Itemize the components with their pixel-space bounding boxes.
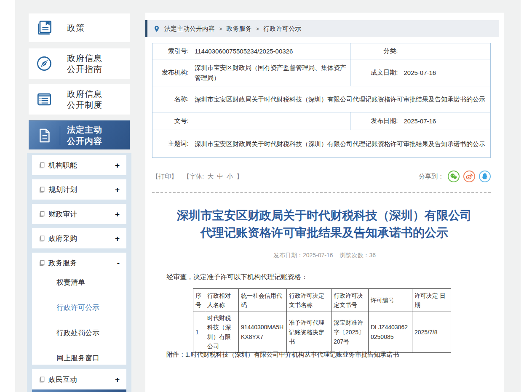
doc-icon (39, 187, 45, 193)
cell-seq: 1 (193, 312, 205, 353)
meta-category-cell: 分类: (350, 43, 491, 59)
share-bar: 分享到： (419, 171, 491, 182)
meta-written-date-cell: 成文日期:2025-07-16 (350, 59, 491, 86)
sidebar-item-government-services-header[interactable]: 政务服务 - (32, 253, 126, 273)
col-header-credit-code: 统一社会信用代码 (239, 289, 287, 312)
breadcrumb-item-government-services[interactable]: 政务服务 (227, 25, 252, 33)
col-header-license-no: 许可编号 (369, 289, 412, 312)
sidebar-card-label: 政府信息公开指南 (60, 53, 111, 75)
attachment-link[interactable]: 附件：1.时代财税科技（深圳）有限公司中介机构从事代理记账业务审批告知承诺书 (166, 351, 399, 358)
col-header-counterpart-name: 行政相对人名称 (205, 289, 239, 312)
meta-subject-cell: 主题词:深圳市宝安区财政局关于时代财税科技（深圳）有限公司代理记账资格许可审批结… (152, 130, 491, 158)
sidebar-card-label: 政府信息公开制度 (60, 88, 111, 111)
menu-label: 政民互动 (48, 375, 115, 384)
article-toolbar: 【打印】 【字体: 大 中 小 】 分享到： (152, 170, 491, 183)
cell-counterpart-name: 时代财税科技（深圳）有限公司 (205, 312, 239, 353)
meta-subject-label: 主题词: (156, 140, 195, 148)
book-icon (29, 19, 60, 37)
sidebar-subitem-online-service-window[interactable]: 网上服务窗口 (32, 347, 126, 370)
meta-pub-date-cell: 发布日期:2025-07-16 (350, 112, 491, 130)
breadcrumb-item-admin-license-publicity[interactable]: 行政许可公示 (263, 25, 301, 33)
sidebar-item-organization[interactable]: 机构职能 + (32, 155, 126, 175)
print-button[interactable]: 【打印】 (152, 173, 177, 181)
document-icon (29, 127, 60, 144)
expand-plus-icon[interactable]: + (115, 376, 120, 384)
page: 政策 政府信息公开指南 政府信息公开制度 (0, 0, 532, 392)
expand-plus-icon[interactable]: + (115, 186, 120, 194)
font-size-small-button[interactable]: 小 (227, 173, 233, 181)
sidebar-card-policy[interactable]: 政策 (29, 13, 130, 42)
meta-subject-value: 深圳市宝安区财政局关于时代财税科技（深圳）有限公司代理记账资格许可审批结果及告知… (195, 139, 487, 149)
font-size-large-button[interactable]: 大 (207, 173, 214, 181)
font-label-close: 】 (236, 173, 243, 181)
menu-label: 政务服务 (48, 258, 117, 268)
sidebar-item-planning[interactable]: 规划计划 + (32, 179, 126, 200)
next-card-edge (32, 389, 126, 392)
meta-name-label: 名称: (156, 95, 195, 103)
qq-icon[interactable] (479, 171, 491, 182)
page-title: 深圳市宝安区财政局关于时代财税科技（深圳）有限公司 代理记账资格许可审批结果及告… (156, 207, 493, 241)
menu-label: 机构职能 (48, 160, 115, 170)
wechat-icon[interactable] (448, 171, 460, 182)
meta-name-cell: 名称:深圳市宝安区财政局关于时代财税科技（深圳）有限公司代理记账资格许可审批结果… (152, 86, 491, 112)
article-view-count: 浏览次数：36 (340, 252, 376, 259)
expand-plus-icon[interactable]: + (115, 235, 120, 243)
meta-publisher-label: 发布机构: (156, 69, 195, 77)
meta-pub-date-label: 发布日期: (354, 117, 404, 125)
table-row: 1 时代财税科技（深圳）有限公司 91440300MA5HKX8YX7 准予许可… (193, 312, 451, 353)
table-header-row: 序号 行政相对人名称 统一社会信用代码 行政许可决定文书名称 行政许可决定文书号… (193, 289, 451, 312)
main-content: 法定主动公开内容 > 政务服务 > 行政许可公示 索引号:11440306007… (145, 13, 504, 392)
sidebar-item-public-interaction[interactable]: 政民互动 + (32, 369, 126, 389)
sidebar-item-government-services: 政务服务 - 权责清单 行政许可公示 行政处罚公示 网上服务窗口 (32, 253, 126, 365)
doc-icon (39, 260, 45, 266)
page-title-line2: 代理记账资格许可审批结果及告知承诺书的公示 (156, 224, 493, 242)
article-meta: 发布日期：2025-07-16 浏览次数：36 (145, 252, 504, 259)
sidebar-subitem-admin-license-publicity[interactable]: 行政许可公示 (32, 296, 126, 319)
sidebar-card-info-system[interactable]: 政府信息公开制度 (29, 84, 130, 115)
collapse-minus-icon[interactable]: - (117, 259, 120, 267)
sidebar-card-info-guide[interactable]: 政府信息公开指南 (29, 48, 130, 79)
meta-publisher-value: 深圳市宝安区财政局（国有资产监督管理局、集体资产管理局） (195, 63, 347, 83)
meta-publisher-cell: 发布机构:深圳市宝安区财政局（国有资产监督管理局、集体资产管理局） (152, 59, 350, 86)
cell-decision-doc-name: 准予许可代理记账资格决定书 (287, 312, 331, 353)
col-header-decision-date: 许可决定 日期 (412, 289, 451, 312)
col-header-seq: 序号 (193, 289, 205, 312)
meta-written-date-value: 2025-07-16 (404, 68, 487, 77)
font-label: 【字体: (183, 173, 204, 181)
breadcrumb: 法定主动公开内容 > 政务服务 > 行政许可公示 (145, 20, 499, 37)
sidebar-item-procurement[interactable]: 政府采购 + (32, 228, 126, 248)
sidebar-subitem-responsibility-list[interactable]: 权责清单 (32, 271, 126, 294)
menu-label: 政府采购 (48, 234, 115, 243)
sidebar-card-label: 政策 (60, 22, 85, 33)
col-header-decision-doc-name: 行政许可决定文书名称 (287, 289, 331, 312)
article-intro: 经审查，决定准予许可以下机构代理记账资格： (166, 273, 308, 282)
dashed-divider (152, 192, 491, 193)
meta-pub-date-value: 2025-07-16 (404, 116, 487, 126)
breadcrumb-separator: > (256, 26, 259, 32)
menu-label: 规划计划 (48, 185, 115, 195)
share-label: 分享到： (419, 173, 444, 181)
breadcrumb-separator: > (219, 26, 222, 32)
expand-plus-icon[interactable]: + (115, 210, 120, 218)
meta-docno-cell: 文号: (152, 112, 350, 130)
cell-decision-date: 2025/7/8 (412, 312, 451, 353)
sidebar-card-statutory-disclosure[interactable]: 法定主动公开内容 (29, 120, 130, 149)
weibo-icon[interactable] (463, 171, 475, 182)
col-header-decision-doc-no: 行政许可决定文书号 (331, 289, 369, 312)
document-meta-table: 索引号:114403060075505234/2025-00326 分类: 发布… (152, 43, 491, 158)
breadcrumb-item-statutory-disclosure[interactable]: 法定主动公开内容 (164, 25, 215, 33)
expand-plus-icon[interactable]: + (115, 161, 120, 169)
cell-license-no: DLJZ44030620250085 (369, 312, 412, 353)
doc-icon (39, 235, 45, 242)
meta-name-value: 深圳市宝安区财政局关于时代财税科技（深圳）有限公司代理记账资格许可审批结果及告知… (195, 94, 487, 104)
cell-credit-code: 91440300MA5HKX8YX7 (239, 312, 287, 353)
meta-index-label: 索引号: (156, 47, 195, 55)
page-title-line1: 深圳市宝安区财政局关于时代财税科技（深圳）有限公司 (156, 207, 493, 224)
font-size-medium-button[interactable]: 中 (217, 173, 223, 181)
meta-written-date-label: 成文日期: (354, 69, 404, 77)
sidebar-subitem-admin-penalty-publicity[interactable]: 行政处罚公示 (32, 322, 126, 344)
sidebar-card-label: 法定主动公开内容 (60, 124, 111, 147)
font-size-controls: 【字体: 大 中 小 】 (183, 173, 243, 181)
meta-index-value: 114403060075505234/2025-00326 (195, 46, 347, 56)
sidebar-item-fiscal-audit[interactable]: 财政审计 + (32, 204, 126, 224)
